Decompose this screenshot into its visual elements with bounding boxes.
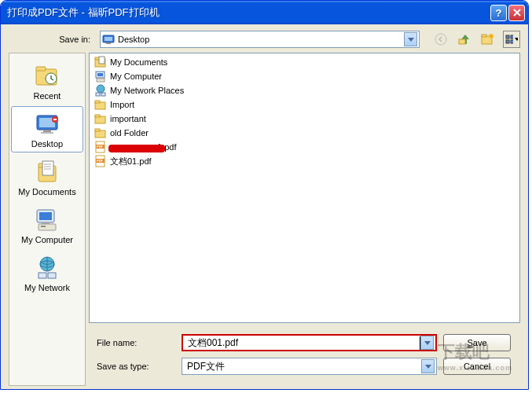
file-name: important — [110, 114, 146, 123]
list-item[interactable]: My Computer — [93, 69, 516, 83]
place-mydocuments[interactable]: My Documents — [11, 154, 83, 200]
svg-rect-23 — [42, 161, 53, 175]
svg-rect-10 — [506, 40, 509, 43]
place-recent[interactable]: Recent — [11, 58, 83, 105]
file-list[interactable]: My Documents My Computer My Network Plac… — [89, 53, 520, 323]
svg-rect-47 — [95, 129, 100, 131]
documents-icon — [34, 160, 61, 185]
folder-icon — [94, 127, 107, 139]
save-button[interactable]: Save — [443, 334, 511, 351]
svg-rect-6 — [482, 35, 486, 37]
place-label: Recent — [34, 91, 61, 101]
svg-point-39 — [97, 85, 105, 93]
close-button[interactable] — [508, 5, 525, 21]
savein-combo[interactable]: Desktop — [100, 31, 420, 48]
svg-rect-4 — [459, 39, 465, 44]
pdf-icon: PDF — [94, 141, 107, 153]
list-item[interactable]: My Documents — [93, 55, 516, 69]
svg-rect-18 — [41, 132, 53, 134]
saveastype-value: PDF文件 — [187, 360, 421, 373]
network-icon — [34, 255, 61, 281]
svg-rect-40 — [96, 93, 100, 96]
svg-rect-9 — [511, 35, 513, 39]
place-label: My Computer — [21, 235, 73, 244]
list-item[interactable]: old Folder — [93, 126, 516, 140]
file-name: 1.pdf — [110, 142, 176, 152]
svg-rect-2 — [106, 42, 111, 44]
window-title: 打印成PDF文件 - 福昕PDF打印机 — [7, 6, 489, 20]
svg-rect-20 — [53, 119, 57, 120]
place-label: Desktop — [31, 139, 63, 149]
list-item[interactable]: PDF 1.pdf — [93, 140, 516, 154]
computer-icon — [34, 208, 61, 233]
svg-rect-43 — [95, 101, 100, 103]
place-desktop[interactable]: Desktop — [11, 106, 83, 152]
file-name: 文档01.pdf — [110, 156, 152, 167]
place-mynetwork[interactable]: My Network — [11, 250, 83, 296]
view-menu-icon[interactable] — [503, 31, 520, 48]
pdf-icon: PDF — [94, 155, 107, 167]
desktop-icon — [102, 33, 115, 46]
folder-icon — [94, 98, 107, 111]
list-item[interactable]: My Network Places — [93, 83, 516, 97]
svg-rect-11 — [511, 40, 513, 43]
svg-rect-13 — [36, 67, 46, 71]
desktop-icon — [34, 112, 61, 137]
filename-value: 文档001.pdf — [188, 336, 420, 350]
cancel-button[interactable]: Cancel — [443, 358, 511, 375]
places-bar: Recent Desktop My Documents — [9, 53, 86, 386]
svg-rect-31 — [39, 273, 46, 278]
recent-icon — [34, 64, 61, 89]
svg-rect-1 — [105, 37, 112, 41]
file-name: My Network Places — [110, 86, 184, 95]
saveastype-label: Save as type: — [97, 362, 175, 371]
file-name: old Folder — [110, 128, 149, 138]
saveastype-combo[interactable]: PDF文件 — [182, 358, 437, 375]
new-folder-icon[interactable] — [479, 31, 497, 48]
network-icon — [94, 84, 107, 97]
svg-rect-25 — [39, 212, 52, 220]
svg-rect-8 — [506, 35, 509, 39]
place-label: My Documents — [18, 187, 75, 196]
up-icon[interactable] — [456, 31, 473, 48]
back-icon — [432, 31, 449, 48]
chevron-down-icon[interactable] — [420, 336, 434, 350]
help-button[interactable]: ? — [490, 5, 507, 21]
file-name: My Documents — [110, 57, 167, 67]
svg-rect-37 — [97, 73, 103, 76]
svg-rect-28 — [41, 226, 46, 227]
file-name: My Computer — [110, 72, 162, 81]
chevron-down-icon[interactable] — [421, 359, 435, 373]
savein-label: Save in: — [9, 35, 95, 44]
chevron-down-icon[interactable] — [404, 32, 417, 46]
svg-rect-17 — [43, 130, 51, 132]
svg-rect-45 — [95, 115, 100, 117]
folder-docs-icon — [94, 56, 107, 68]
list-item[interactable]: Import — [93, 97, 516, 112]
list-item[interactable]: important — [93, 112, 516, 126]
titlebar[interactable]: 打印成PDF文件 - 福昕PDF打印机 ? — [1, 1, 528, 24]
svg-point-3 — [435, 34, 446, 45]
filename-input[interactable]: 文档001.pdf — [182, 334, 437, 351]
place-label: My Network — [24, 283, 70, 292]
place-mycomputer[interactable]: My Computer — [11, 202, 83, 248]
folder-icon — [94, 112, 107, 125]
svg-rect-32 — [48, 273, 56, 278]
file-name: Import — [110, 100, 134, 109]
svg-rect-38 — [97, 79, 105, 82]
svg-rect-35 — [99, 57, 105, 64]
svg-text:PDF: PDF — [97, 145, 104, 149]
savein-value: Desktop — [118, 35, 401, 44]
list-item[interactable]: PDF 文档01.pdf — [93, 154, 516, 168]
svg-text:PDF: PDF — [97, 159, 104, 163]
filename-label: File name: — [97, 338, 175, 347]
computer-icon — [94, 70, 107, 83]
svg-rect-41 — [101, 93, 105, 96]
